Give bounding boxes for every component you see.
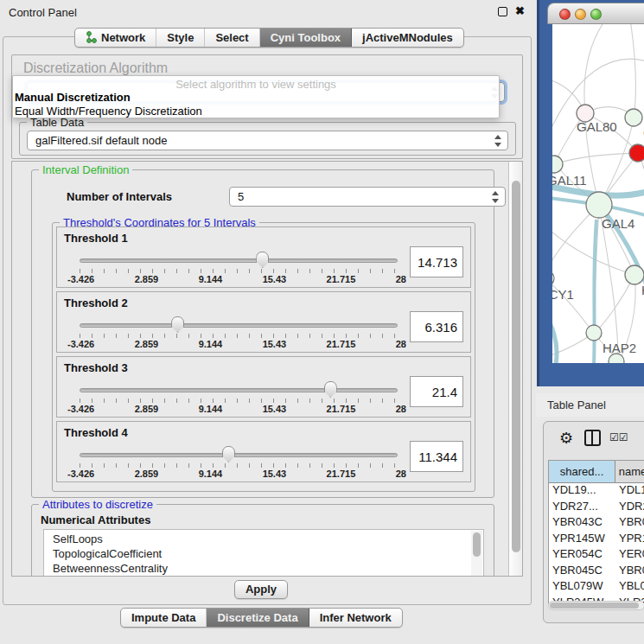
apply-button[interactable]: Apply: [234, 580, 288, 599]
gear-icon[interactable]: ⚙: [559, 429, 573, 448]
tab-impute-data[interactable]: Impute Data: [121, 609, 207, 627]
tab-discretize-data[interactable]: Discretize Data: [207, 609, 309, 627]
algorithm-group-title: Discretization Algorithm: [23, 61, 168, 76]
column-header-shared[interactable]: shared...: [549, 461, 615, 482]
table-data-group: Table Data galFiltered.sif default node: [19, 122, 516, 156]
table-row[interactable]: YBL079WYBL0: [549, 579, 644, 596]
slider-scale: -3.426 2.859 9.144 15.43 21.715 28: [67, 469, 406, 479]
scrollbar-thumb[interactable]: [550, 603, 639, 609]
threshold-4-slider: -3.426 2.859 9.144 15.43 21.715 28: [80, 446, 398, 481]
tab-infer-network[interactable]: Infer Network: [309, 609, 402, 627]
minimize-traffic-icon[interactable]: [575, 9, 586, 20]
list-item-selfloops[interactable]: SelfLoops: [53, 532, 483, 546]
threshold-4-value-field[interactable]: [410, 441, 463, 472]
node-gal11[interactable]: [552, 156, 563, 173]
table-row[interactable]: YER054CYER0: [549, 547, 644, 564]
scale-label: 15.43: [263, 274, 287, 284]
node-table: shared... name YDL19...YDL1 YDR27...YDR2…: [548, 460, 644, 603]
settings-vertical-scrollbar[interactable]: [508, 162, 522, 577]
combo-stepper-icon: [491, 191, 499, 203]
node-hap2[interactable]: [586, 325, 602, 341]
slider-track[interactable]: [80, 388, 398, 392]
scale-label: -3.426: [67, 339, 94, 349]
tab-style[interactable]: Style: [156, 29, 205, 47]
tab-style-label: Style: [167, 31, 194, 44]
list-item-topologicalcoefficient[interactable]: TopologicalCoefficient: [53, 546, 483, 561]
tab-jactivemnodules[interactable]: jActiveMNodules: [352, 29, 463, 47]
control-panel-title: Control Panel: [9, 6, 77, 19]
slider-thumb[interactable]: [171, 316, 184, 333]
scale-label: 28: [396, 404, 406, 414]
scale-label: 9.144: [199, 469, 223, 479]
scale-label: -3.426: [67, 404, 94, 414]
popup-header: Select algorithm to view settings: [13, 76, 499, 91]
slider-track[interactable]: [80, 323, 398, 328]
threshold-3-value-field[interactable]: [410, 376, 463, 407]
threshold-3-label: Threshold 3: [64, 361, 128, 374]
tab-jactivemnodules-label: jActiveMNodules: [362, 31, 453, 44]
attributes-group-title: Attributes to discretize: [39, 498, 156, 511]
algorithm-dropdown-popup: Select algorithm to view settings Manual…: [12, 75, 500, 118]
float-window-icon[interactable]: [498, 7, 507, 16]
table-panel-titlebar: Table Panel: [536, 393, 644, 417]
cell-name: YER0: [615, 547, 644, 564]
scale-label: 2.859: [135, 274, 159, 284]
slider-track[interactable]: [80, 258, 398, 263]
list-item-betweennesscentrality[interactable]: BetweennessCentrality: [53, 561, 483, 576]
slider-thumb[interactable]: [222, 446, 235, 462]
scale-label: 9.144: [199, 274, 223, 284]
popup-option-equal-width-frequency[interactable]: Equal Width/Frequency Discretization: [13, 105, 499, 118]
slider-scale: -3.426 2.859 9.144 15.43 21.715 28: [67, 274, 406, 284]
scale-label: 2.859: [135, 339, 159, 349]
attributes-group: Attributes to discretize Numerical Attri…: [31, 504, 494, 577]
tab-discretize-data-label: Discretize Data: [217, 611, 297, 624]
number-of-intervals-combobox[interactable]: 5: [229, 187, 506, 207]
interval-definition-group: Interval Definition Number of Intervals …: [31, 169, 494, 498]
threshold-2-value-field[interactable]: [410, 311, 463, 342]
application-root: Control Panel ✖ Network Style S: [0, 0, 644, 644]
node-top-right[interactable]: [625, 109, 642, 126]
slider-track[interactable]: [80, 453, 398, 457]
table-row[interactable]: YDR27...YDR2: [549, 500, 644, 516]
tab-network[interactable]: Network: [75, 29, 156, 47]
attributes-list-scrollbar[interactable]: [471, 531, 482, 577]
close-traffic-icon[interactable]: [559, 9, 571, 20]
scale-label: 15.43: [263, 339, 287, 349]
table-row[interactable]: YBR045CYBR0: [549, 564, 644, 580]
scale-label: 28: [396, 339, 406, 349]
threshold-1-value-field[interactable]: [410, 246, 463, 277]
close-icon[interactable]: ✖: [515, 4, 525, 17]
table-row[interactable]: YBR043CYBR0: [549, 515, 644, 532]
threshold-4-label: Threshold 4: [64, 426, 128, 439]
node-red[interactable]: [629, 144, 644, 162]
tab-select[interactable]: Select: [205, 29, 259, 47]
network-window-titlebar[interactable]: [547, 3, 644, 24]
split-columns-icon[interactable]: [584, 430, 601, 446]
number-of-intervals-row: Number of Intervals 5: [48, 186, 480, 208]
node-gal4[interactable]: [586, 192, 612, 218]
node-label-gcy1: GCY1: [552, 287, 574, 302]
scale-label: 21.715: [327, 469, 356, 479]
slider-thumb[interactable]: [256, 252, 269, 268]
network-canvas[interactable]: GAL80 G C GAL11 GAL4 GCY1 H HAP2: [552, 24, 644, 363]
tab-network-label: Network: [101, 31, 145, 44]
table-horizontal-scrollbar[interactable]: [548, 601, 644, 610]
zoom-traffic-icon[interactable]: [590, 9, 602, 20]
table-data-combobox[interactable]: galFiltered.sif default node: [27, 131, 508, 150]
table-row[interactable]: YDL19...YDL1: [549, 483, 644, 500]
node-gcy1[interactable]: [552, 271, 554, 286]
popup-option-manual-discretization[interactable]: Manual Discretization: [13, 91, 499, 105]
checkbox-checked-icons[interactable]: ☑☑: [609, 431, 628, 443]
tab-cyni-toolbox[interactable]: Cyni Toolbox: [260, 29, 352, 47]
scrollbar-thumb[interactable]: [512, 181, 520, 552]
threshold-2-slider: -3.426 2.859 9.144 15.43 21.715 28: [80, 316, 398, 351]
slider-scale: -3.426 2.859 9.144 15.43 21.715 28: [67, 339, 406, 349]
column-header-name[interactable]: name: [615, 461, 644, 482]
network-graph: GAL80 G C GAL11 GAL4 GCY1 H HAP2: [552, 24, 644, 363]
slider-thumb[interactable]: [324, 381, 337, 398]
cell-shared: YDR27...: [549, 500, 615, 516]
cell-name: YDR2: [615, 500, 644, 516]
slider-ticks: [80, 399, 398, 403]
node-h[interactable]: [625, 265, 644, 284]
table-row[interactable]: YPR145WYPR1: [549, 532, 644, 548]
